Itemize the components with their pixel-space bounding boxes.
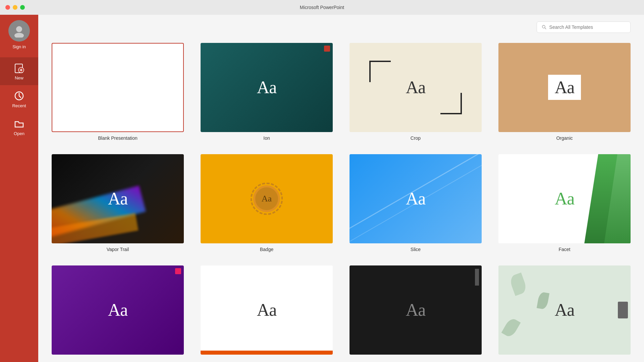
template-thumb-blank xyxy=(52,43,184,132)
template-name-facet: Facet xyxy=(558,247,570,252)
sidebar: Sign in New Recent xyxy=(0,15,38,362)
template-thumb-vapor: Aa xyxy=(52,154,184,243)
purple-badge xyxy=(175,268,181,274)
template-item-purple[interactable]: Aa xyxy=(52,265,184,358)
svg-point-0 xyxy=(16,26,22,32)
window-controls xyxy=(5,5,25,10)
recent-icon xyxy=(13,90,25,102)
sidebar-item-open[interactable]: Open xyxy=(0,113,38,141)
slice-aa-text: Aa xyxy=(406,189,426,208)
badge-aa-text: Aa xyxy=(262,194,272,204)
template-thumb-white-orange: Aa xyxy=(201,265,333,355)
sidebar-item-recent[interactable]: Recent xyxy=(0,85,38,113)
vapor-aa-text: Aa xyxy=(108,189,128,208)
template-thumb-badge: Aa xyxy=(201,154,333,243)
template-item-facet[interactable]: Aa Facet xyxy=(498,154,631,252)
orange-strip xyxy=(201,351,333,355)
window-title: Microsoft PowerPoint xyxy=(300,5,344,10)
template-item-ion[interactable]: Aa Ion xyxy=(201,43,333,141)
avatar[interactable] xyxy=(8,20,30,42)
svg-point-1 xyxy=(14,33,24,38)
crop-bracket xyxy=(350,43,482,132)
dark-badge xyxy=(475,269,479,286)
template-thumb-facet: Aa xyxy=(498,154,631,243)
svg-line-9 xyxy=(545,28,546,29)
badge-circle: Aa xyxy=(253,185,280,212)
search-icon xyxy=(542,24,547,30)
dark-aa-text: Aa xyxy=(406,300,426,320)
template-thumb-purple: Aa xyxy=(52,265,184,355)
template-thumb-organic: Aa xyxy=(498,43,631,132)
template-item-organic[interactable]: Aa Organic xyxy=(498,43,631,141)
facet-aa-text: Aa xyxy=(555,189,575,208)
template-name-ion: Ion xyxy=(263,135,270,141)
template-item-dark[interactable]: Aa xyxy=(350,265,482,358)
template-item-vapor[interactable]: Aa Vapor Trail xyxy=(52,154,184,252)
nature-device xyxy=(618,302,628,318)
template-name-blank: Blank Presentation xyxy=(98,135,138,141)
title-bar: Microsoft PowerPoint xyxy=(0,0,644,15)
purple-aa-text: Aa xyxy=(108,300,128,320)
maximize-button[interactable] xyxy=(20,5,25,10)
template-thumb-slice: Aa xyxy=(350,154,482,243)
organic-aa-text: Aa xyxy=(555,77,575,97)
search-bar[interactable] xyxy=(537,21,631,33)
template-name-vapor: Vapor Trail xyxy=(107,247,129,252)
sidebar-recent-label: Recent xyxy=(12,103,26,108)
minimize-button[interactable] xyxy=(13,5,17,10)
template-thumb-dark: Aa xyxy=(350,265,482,355)
template-grid: Blank Presentation Aa Ion Aa Crop xyxy=(52,43,631,358)
template-name-badge: Badge xyxy=(260,247,273,252)
ion-aa-text: Aa xyxy=(257,77,277,97)
organic-inner: Aa xyxy=(548,75,581,100)
template-name-slice: Slice xyxy=(411,247,421,252)
new-icon xyxy=(13,62,25,74)
sidebar-new-label: New xyxy=(15,75,23,80)
sign-in-label[interactable]: Sign in xyxy=(12,44,26,49)
template-name-organic: Organic xyxy=(556,135,573,141)
template-item-slice[interactable]: Aa Slice xyxy=(350,154,482,252)
nature-aa-text: Aa xyxy=(555,300,575,320)
template-item-white-orange[interactable]: Aa xyxy=(201,265,333,358)
search-bar-container xyxy=(52,21,631,33)
sidebar-open-label: Open xyxy=(14,131,24,136)
template-name-crop: Crop xyxy=(411,135,421,141)
template-item-blank[interactable]: Blank Presentation xyxy=(52,43,184,141)
ion-badge xyxy=(324,46,330,52)
sidebar-item-new[interactable]: New xyxy=(0,57,38,85)
template-thumb-crop: Aa xyxy=(350,43,482,132)
open-icon xyxy=(13,118,25,130)
template-item-crop[interactable]: Aa Crop xyxy=(350,43,482,141)
close-button[interactable] xyxy=(5,5,10,10)
template-thumb-nature: Aa xyxy=(498,265,631,355)
app-body: Sign in New Recent xyxy=(0,15,644,362)
template-thumb-ion: Aa xyxy=(201,43,333,132)
content-area: Blank Presentation Aa Ion Aa Crop xyxy=(38,15,644,362)
white-orange-aa-text: Aa xyxy=(257,300,277,320)
template-item-nature[interactable]: Aa xyxy=(498,265,631,358)
search-input[interactable] xyxy=(549,24,626,30)
template-item-badge[interactable]: Aa Badge xyxy=(201,154,333,252)
